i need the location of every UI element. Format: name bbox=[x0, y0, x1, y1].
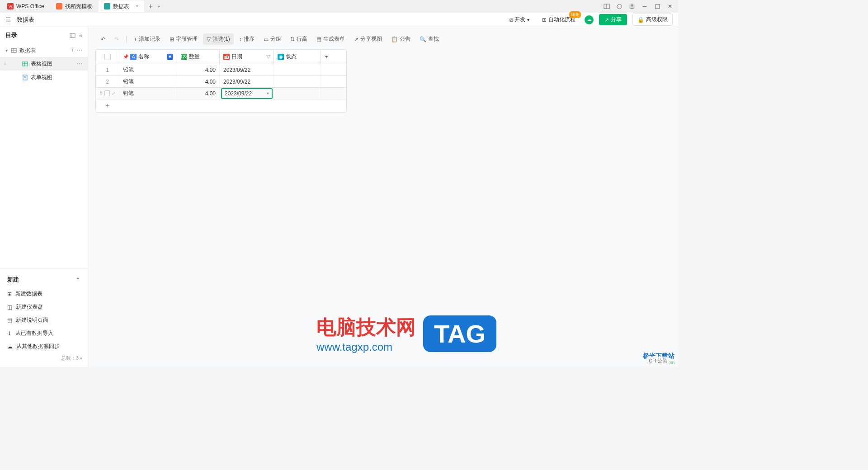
permission-button[interactable]: 🔒 高级权限 bbox=[632, 14, 673, 26]
field-manage-button[interactable]: ⊞字段管理 bbox=[166, 33, 201, 45]
chevron-down-icon[interactable]: ▾ bbox=[80, 356, 82, 361]
close-button[interactable]: ✕ bbox=[664, 0, 676, 13]
pin-icon: 📌 bbox=[123, 54, 128, 59]
checkbox-icon[interactable] bbox=[104, 54, 111, 60]
import-data[interactable]: ⤓从已有数据导入 bbox=[0, 327, 88, 340]
sidebar-header: 目录 « bbox=[0, 27, 88, 43]
hamburger-icon[interactable]: ☰ bbox=[5, 16, 11, 24]
more-icon[interactable]: ⋯ bbox=[77, 47, 82, 53]
announce-button[interactable]: 📋公告 bbox=[387, 33, 414, 45]
table-row[interactable]: 1 铅笔 4.00 2023/09/22 bbox=[96, 64, 346, 76]
table-icon: ⊞ bbox=[7, 291, 12, 297]
new-dashboard[interactable]: ◫新建仪表盘 bbox=[0, 301, 88, 314]
gen-form-button[interactable]: ▤生成表单 bbox=[313, 33, 349, 45]
tree-label: 数据表 bbox=[19, 47, 36, 54]
tree-view-form[interactable]: 表单视图 bbox=[0, 70, 88, 84]
tree-view-grid[interactable]: ⠿ 表格视图 ⋯ bbox=[0, 57, 88, 70]
tree-label: 表单视图 bbox=[31, 74, 52, 81]
watermark: 电脑技术网 www.tagxp.com TAG bbox=[316, 314, 496, 353]
chevron-down-icon[interactable]: ▾ bbox=[158, 4, 160, 9]
more-icon[interactable]: ⋯ bbox=[77, 61, 82, 67]
add-icon[interactable]: + bbox=[71, 47, 74, 53]
close-icon[interactable]: × bbox=[136, 3, 139, 9]
select-all-header[interactable] bbox=[96, 50, 119, 64]
drag-handle-icon[interactable]: ⠿ bbox=[4, 61, 7, 66]
cell-date[interactable]: 2023/09/22 bbox=[220, 76, 274, 87]
tab-template[interactable]: 找稻壳模板 bbox=[51, 0, 98, 12]
col-status[interactable]: ◉ 状态 bbox=[274, 50, 321, 64]
sort-button[interactable]: ↕排序 bbox=[236, 33, 258, 45]
avatar-icon[interactable] bbox=[626, 0, 638, 13]
cell-status[interactable] bbox=[274, 76, 321, 87]
cube-icon[interactable] bbox=[613, 0, 626, 13]
search-button[interactable]: 🔍查找 bbox=[416, 33, 443, 45]
tab-wps-office[interactable]: W WPS Office bbox=[2, 0, 50, 12]
dev-menu[interactable]: ⎚ 开发 ▾ bbox=[506, 14, 533, 25]
collapse-icon[interactable]: « bbox=[79, 32, 82, 39]
filter-active-icon[interactable]: ▼ bbox=[167, 54, 173, 60]
cloud-sync-icon[interactable]: ☁ bbox=[585, 15, 594, 24]
svg-rect-10 bbox=[70, 33, 75, 38]
cell-name[interactable]: 铅笔 bbox=[119, 64, 177, 75]
share-view-button[interactable]: ↗分享视图 bbox=[350, 33, 386, 45]
filter-button[interactable]: ▽筛选(1) bbox=[203, 33, 234, 45]
row-checkbox[interactable] bbox=[104, 90, 110, 96]
table-header: 📌 A 名称 ▼ 123 数量 📅 日期 ▽ ◉ 状态 bbox=[96, 50, 346, 64]
group-button[interactable]: ▭分组 bbox=[260, 33, 285, 45]
add-row-button[interactable]: + bbox=[96, 99, 119, 112]
minimize-button[interactable]: ─ bbox=[638, 0, 651, 13]
undo-button[interactable]: ↶ bbox=[97, 34, 109, 44]
share-button[interactable]: ↗ 分享 bbox=[599, 14, 627, 25]
expand-icon[interactable]: ⤢ bbox=[112, 91, 115, 96]
datasheet-icon bbox=[104, 3, 110, 9]
drag-handle-icon[interactable]: ⠿ bbox=[99, 91, 103, 96]
form-view-icon bbox=[22, 74, 28, 80]
new-tab-button[interactable]: + bbox=[145, 1, 156, 12]
col-date[interactable]: 📅 日期 ▽ bbox=[220, 50, 274, 64]
sidebar-panel-icon[interactable] bbox=[70, 33, 75, 38]
sync-data[interactable]: ☁从其他数据源同步 bbox=[0, 340, 88, 353]
automation-menu[interactable]: ⊞ 自动化流程 限免 bbox=[538, 14, 579, 25]
row-height-icon: ⇅ bbox=[290, 36, 295, 42]
cell-name[interactable]: 铅笔 bbox=[119, 76, 177, 87]
bot-icon: ⊞ bbox=[542, 17, 547, 23]
sort-icon: ↕ bbox=[239, 36, 242, 42]
cell-date[interactable]: 2023/09/22 bbox=[220, 64, 274, 75]
table-row[interactable]: 2 铅笔 4.00 2023/09/22 bbox=[96, 76, 346, 88]
panel-icon[interactable] bbox=[600, 0, 613, 13]
new-doc-page[interactable]: ▤新建说明页面 bbox=[0, 314, 88, 327]
cell-status[interactable] bbox=[274, 64, 321, 75]
table-icon bbox=[10, 47, 17, 53]
doc-icon: ▤ bbox=[7, 317, 12, 324]
add-column-button[interactable]: + bbox=[321, 50, 332, 64]
col-name[interactable]: 📌 A 名称 ▼ bbox=[119, 50, 177, 64]
cell-qty[interactable]: 4.00 bbox=[177, 64, 220, 75]
tab-label: 数据表 bbox=[113, 3, 129, 10]
tree-root[interactable]: ▾ 数据表 + ⋯ bbox=[0, 43, 88, 57]
chevron-down-icon[interactable]: ▾ bbox=[267, 91, 269, 96]
cell-name[interactable]: 铅笔 bbox=[119, 88, 177, 99]
text-type-icon: A bbox=[130, 54, 137, 60]
new-datasheet[interactable]: ⊞新建数据表 bbox=[0, 287, 88, 301]
catalog-title: 目录 bbox=[5, 31, 66, 39]
watermark-tag: TAG bbox=[423, 315, 496, 352]
data-table: 📌 A 名称 ▼ 123 数量 📅 日期 ▽ ◉ 状态 bbox=[95, 49, 347, 113]
tab-label: 找稻壳模板 bbox=[65, 3, 92, 10]
form-icon: ▤ bbox=[316, 36, 321, 42]
filter-icon[interactable]: ▽ bbox=[266, 54, 270, 60]
redo-button[interactable]: ↷ bbox=[111, 34, 123, 44]
tab-datasheet[interactable]: 数据表 × bbox=[99, 0, 144, 12]
cell-date-active[interactable]: 2023/09/22 ▾ bbox=[220, 88, 274, 99]
plus-icon: + bbox=[134, 36, 137, 42]
filter-icon: ▽ bbox=[207, 36, 211, 42]
maximize-button[interactable] bbox=[651, 0, 664, 13]
new-section-header[interactable]: 新建 ⌃ bbox=[0, 272, 88, 287]
row-height-button[interactable]: ⇅行高 bbox=[287, 33, 311, 45]
toolbar: ↶ ↷ +添加记录 ⊞字段管理 ▽筛选(1) ↕排序 ▭分组 ⇅行高 ▤生成表单… bbox=[92, 31, 675, 47]
col-quantity[interactable]: 123 数量 bbox=[177, 50, 220, 64]
cell-qty[interactable]: 4.00 bbox=[177, 88, 220, 99]
cell-qty[interactable]: 4.00 bbox=[177, 76, 220, 87]
cell-status[interactable] bbox=[274, 88, 321, 99]
table-row[interactable]: ⠿ ⤢ 铅笔 4.00 2023/09/22 ▾ bbox=[96, 88, 346, 99]
add-record-button[interactable]: +添加记录 bbox=[130, 33, 164, 45]
